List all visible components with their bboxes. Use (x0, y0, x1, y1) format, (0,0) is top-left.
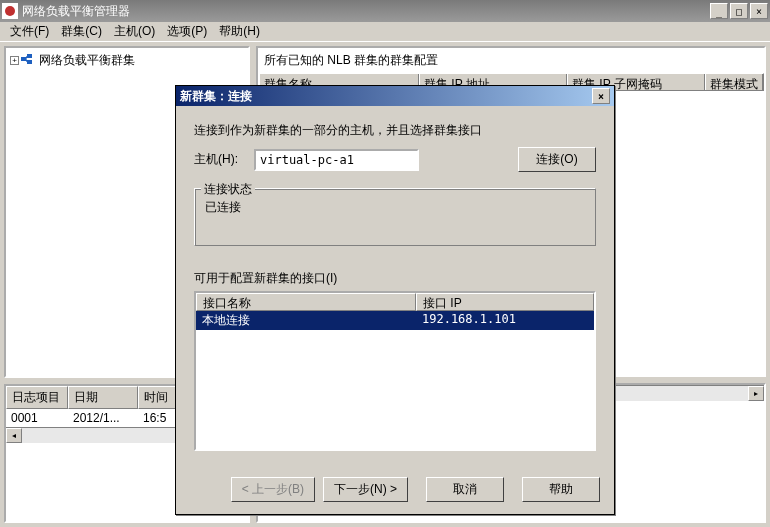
close-button[interactable]: × (750, 3, 768, 19)
minimize-button[interactable]: _ (710, 3, 728, 19)
scroll-right-icon[interactable]: ▸ (748, 386, 764, 401)
host-label: 主机(H): (194, 151, 254, 168)
dialog-instructions: 连接到作为新群集的一部分的主机，并且选择群集接口 (194, 122, 596, 139)
connect-button[interactable]: 连接(O) (518, 147, 596, 172)
dialog-titlebar[interactable]: 新群集：连接 × (176, 86, 614, 106)
dialog-title: 新群集：连接 (180, 88, 590, 105)
svg-point-0 (5, 6, 15, 16)
tree-root-label: 网络负载平衡群集 (39, 52, 135, 69)
log-col-item[interactable]: 日志项目 (6, 386, 68, 409)
menu-help[interactable]: 帮助(H) (213, 21, 266, 42)
menubar: 文件(F) 群集(C) 主机(O) 选项(P) 帮助(H) (0, 22, 770, 42)
status-text: 已连接 (205, 199, 585, 216)
menu-cluster[interactable]: 群集(C) (55, 21, 108, 42)
status-legend: 连接状态 (201, 181, 255, 198)
interfaces-header: 接口名称 接口 IP (196, 293, 594, 311)
next-button[interactable]: 下一步(N) > (323, 477, 408, 502)
help-button[interactable]: 帮助 (522, 477, 600, 502)
interfaces-list[interactable]: 接口名称 接口 IP 本地连接 192.168.1.101 (194, 291, 596, 451)
cluster-icon (21, 54, 37, 68)
menu-options[interactable]: 选项(P) (161, 21, 213, 42)
menu-host[interactable]: 主机(O) (108, 21, 161, 42)
cancel-button[interactable]: 取消 (426, 477, 504, 502)
svg-line-5 (26, 59, 27, 62)
log-cell-date: 2012/1... (68, 411, 138, 425)
svg-rect-2 (27, 54, 32, 58)
dialog-close-button[interactable]: × (592, 88, 610, 104)
expand-icon[interactable]: + (10, 56, 19, 65)
svg-rect-1 (21, 57, 26, 61)
log-col-date[interactable]: 日期 (68, 386, 138, 409)
dialog-button-row: < 上一步(B) 下一步(N) > 取消 帮助 (176, 469, 614, 514)
col-cluster-mode[interactable]: 群集模式 (705, 74, 763, 90)
config-title: 所有已知的 NLB 群集的群集配置 (258, 48, 764, 73)
back-button: < 上一步(B) (231, 477, 315, 502)
app-title: 网络负载平衡管理器 (22, 3, 708, 20)
iface-row-selected[interactable]: 本地连接 192.168.1.101 (196, 311, 594, 330)
svg-rect-3 (27, 60, 32, 64)
scroll-left-icon[interactable]: ◂ (6, 428, 22, 443)
new-cluster-dialog: 新群集：连接 × 连接到作为新群集的一部分的主机，并且选择群集接口 主机(H):… (175, 85, 615, 515)
iface-cell-ip: 192.168.1.101 (416, 311, 594, 330)
app-icon (2, 3, 18, 19)
tree-root[interactable]: + 网络负载平衡群集 (9, 51, 245, 70)
iface-cell-name: 本地连接 (196, 311, 416, 330)
svg-line-4 (26, 56, 27, 59)
interfaces-label: 可用于配置新群集的接口(I) (194, 270, 596, 287)
app-titlebar: 网络负载平衡管理器 _ □ × (0, 0, 770, 22)
status-fieldset: 连接状态 已连接 (194, 188, 596, 246)
log-cell-item: 0001 (6, 411, 68, 425)
iface-col-ip[interactable]: 接口 IP (416, 293, 594, 311)
iface-col-name[interactable]: 接口名称 (196, 293, 416, 311)
maximize-button[interactable]: □ (730, 3, 748, 19)
host-input[interactable] (254, 149, 419, 171)
menu-file[interactable]: 文件(F) (4, 21, 55, 42)
